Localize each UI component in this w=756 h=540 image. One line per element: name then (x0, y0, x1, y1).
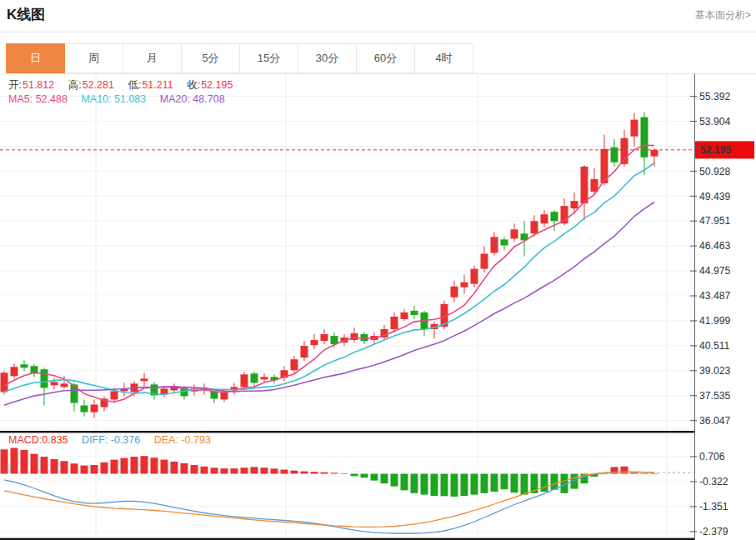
kline-page: K线图 基本面分析> 日周月5分15分30分60分4时 55.39253.904… (0, 0, 756, 540)
ma5-label: MA5: (8, 93, 33, 105)
macd-label: MACD: (8, 434, 42, 446)
axis-tick-label: 47.951 (699, 215, 730, 227)
axis-tick-label: 46.463 (699, 240, 730, 252)
macd-histogram (1, 448, 658, 497)
macd-legend: MACD:0.835 (8, 434, 68, 446)
open-pair: 开:51.812 (8, 79, 54, 91)
low-pair: 低:51.211 (128, 79, 173, 91)
axis-tick-label: 49.439 (699, 191, 730, 202)
close-label: 收: (187, 79, 200, 91)
last-price-label: 52.195 (695, 141, 754, 158)
ma-row: MA5: 52.488 MA10: 51.083 MA20: 48.708 (8, 93, 236, 105)
ma20-label: MA20: (160, 93, 190, 105)
high-label: 高: (68, 79, 82, 91)
ma5-legend: MA5: 52.488 (8, 93, 68, 105)
dea-label: DEA: (154, 434, 178, 446)
diff-value: -0.376 (111, 434, 140, 446)
axis-tick-label: 55.392 (699, 91, 730, 102)
axis-tick-label: 44.975 (699, 265, 730, 277)
dea-value: -0.793 (181, 434, 210, 446)
axis-tick-label: 36.047 (699, 415, 730, 427)
ma20-value: 48.708 (193, 93, 224, 105)
ohlc-row: 开:51.812 高:52.281 低:51.211 收:52.195 (8, 78, 243, 92)
axis-tick-label: 50.928 (699, 166, 730, 178)
high-pair: 高:52.281 (68, 79, 114, 91)
open-label: 开: (8, 79, 22, 91)
dea-legend: DEA: -0.793 (154, 434, 211, 446)
axis-tick-label: 43.487 (699, 290, 730, 302)
diff-label: DIFF: (82, 434, 108, 446)
ma10-legend: MA10: 51.083 (81, 93, 146, 105)
low-value: 51.211 (142, 79, 173, 91)
close-pair: 收:52.195 (187, 79, 233, 91)
diff-legend: DIFF: -0.376 (82, 434, 140, 446)
axis-tick-label: -0.322 (699, 476, 728, 488)
ma10-value: 51.083 (114, 93, 146, 105)
axis-tick-label: 0.706 (699, 451, 725, 462)
ma20-legend: MA20: 48.708 (160, 93, 225, 105)
ma20-line (4, 202, 654, 406)
axis-tick-label: 53.904 (699, 116, 730, 128)
axis-tick-label: 39.023 (699, 365, 730, 377)
axis-tick-label: 40.511 (699, 340, 730, 352)
high-value: 52.281 (83, 79, 114, 91)
macd-row: MACD:0.835 DIFF: -0.376 DEA: -0.793 (8, 434, 222, 446)
last-price-value: 52.195 (700, 144, 731, 156)
axis-tick-label: -1.351 (699, 501, 728, 512)
ma5-value: 52.488 (36, 93, 68, 105)
axis-tick-label: 37.535 (699, 390, 730, 402)
axis-tick-label: -2.379 (699, 526, 728, 538)
ma10-label: MA10: (81, 93, 111, 105)
candles (1, 112, 658, 418)
axis-tick-label: 41.999 (699, 315, 730, 327)
macd-value: 0.835 (42, 434, 68, 446)
open-value: 51.812 (23, 79, 54, 91)
close-value: 52.195 (201, 79, 233, 91)
low-label: 低: (128, 79, 141, 91)
